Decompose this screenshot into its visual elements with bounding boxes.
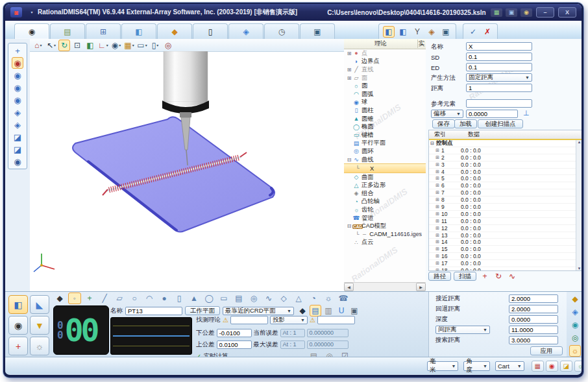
find-theory-input[interactable] xyxy=(230,316,268,324)
coordinate-axes-icon[interactable]: + xyxy=(8,337,28,355)
index-column-header[interactable]: 索引 xyxy=(429,130,468,139)
visibility-eye-icon[interactable]: ◉▾ xyxy=(110,40,122,51)
tree-item-point[interactable]: ⊞●点 xyxy=(344,49,426,58)
tree-item-polygon[interactable]: △正多边形 xyxy=(344,182,426,190)
probe-alarm-icon[interactable]: ◉ xyxy=(546,361,558,372)
shield-tab-icon[interactable]: ◈ xyxy=(228,23,263,39)
label-tag-icon[interactable]: ▭▾ xyxy=(136,40,148,51)
move-points-icon[interactable]: + xyxy=(479,270,491,282)
slot-feature-icon[interactable]: ▭ xyxy=(217,292,230,304)
method-select[interactable]: 固定距离▼ xyxy=(466,73,532,82)
control-point-row-8[interactable]: ⊞80.0 : 0.0 xyxy=(429,197,576,204)
control-point-row-13[interactable]: ⊞130.0 : 0.0 xyxy=(429,232,576,239)
axes-tool-icon[interactable]: ∟▾ xyxy=(97,40,109,51)
cylinder-feature-icon[interactable]: ▯ xyxy=(173,292,186,304)
zoom-window-icon[interactable]: ⊡ xyxy=(71,40,83,51)
color-settings-icon[interactable]: ☼ xyxy=(574,361,582,372)
tree-item-curve[interactable]: ⊟∿曲线 xyxy=(344,156,426,164)
probe-mode-2-icon[interactable]: ◉ xyxy=(12,69,23,81)
distance-input[interactable] xyxy=(466,84,532,92)
tree-item-cylinder[interactable]: ▯圆柱 xyxy=(344,106,426,115)
tree-item-sphere[interactable]: ◉球 xyxy=(344,99,426,107)
diamond-tab-icon[interactable]: ◆ xyxy=(157,23,192,39)
control-point-row-4[interactable]: ⊞40.0 : 0.0 xyxy=(429,169,576,176)
magnifier-strip-icon[interactable]: ◉ xyxy=(569,319,581,331)
depth-input[interactable] xyxy=(509,315,558,324)
curve-feature-icon[interactable]: ∿ xyxy=(262,292,275,304)
tree-item-surface[interactable]: ◇曲面 xyxy=(344,173,426,182)
control-point-row-11[interactable]: ⊞110.0 : 0.0 xyxy=(429,218,576,225)
tree-item-slot[interactable]: ▭键槽 xyxy=(344,131,426,139)
tree-item-parallel-planes[interactable]: ▤平行平面 xyxy=(344,139,426,148)
scan-button[interactable]: 扫描 xyxy=(454,272,476,281)
monitor-tab-icon[interactable]: ▣ xyxy=(300,23,335,39)
chat-tab-icon[interactable]: ◧ xyxy=(121,23,156,39)
tree-item-curve-x[interactable]: └X xyxy=(344,163,426,173)
projection-select[interactable]: 投影▼ xyxy=(270,316,308,324)
arc-feature-icon[interactable]: ◠ xyxy=(143,292,156,304)
tool-strip-icon[interactable]: ◆ xyxy=(569,293,581,305)
control-point-row-15[interactable]: ⊞150.0 : 0.0 xyxy=(429,246,576,253)
tree-item-ellipse[interactable]: ◯椭圆 xyxy=(344,123,426,131)
app-icon[interactable]: ◙ xyxy=(10,7,22,18)
tree-item-combine[interactable]: ◈组合 xyxy=(344,189,426,198)
probe-mode-8-icon[interactable]: ◪ xyxy=(12,143,23,155)
circle-feature-icon[interactable]: ○ xyxy=(128,292,141,304)
control-points-group-row[interactable]: ⊟控制点 xyxy=(429,140,576,147)
feature-name-input[interactable] xyxy=(125,307,182,315)
machine-tools-icon[interactable]: ☼ xyxy=(30,337,49,355)
alignment-plane-icon[interactable]: ◣ xyxy=(30,295,49,314)
load-button[interactable]: 加载 xyxy=(454,119,477,128)
monitor-view-icon[interactable]: ▣ xyxy=(440,26,452,38)
units-select[interactable]: 毫米▼ xyxy=(427,361,458,371)
close-button[interactable]: X xyxy=(558,7,576,18)
tree-item-point-cloud[interactable]: ∴点云 xyxy=(344,239,426,247)
report-icon[interactable]: ▦ xyxy=(532,361,544,372)
tree-item-circle[interactable]: ○圆 xyxy=(344,82,426,90)
probe-mode-3-icon[interactable]: ◉ xyxy=(12,82,23,93)
select-cursor-icon[interactable]: ↖▾ xyxy=(45,40,57,51)
palette-icon[interactable]: ▦▾ xyxy=(123,40,135,51)
tree-item-cad-model[interactable]: ⊟CADCAD模型 xyxy=(344,222,426,230)
probe-mode-1-icon[interactable]: ◉ xyxy=(12,57,23,69)
control-point-row-6[interactable]: ⊞60.0 : 0.0 xyxy=(429,182,576,189)
app-menu-arrow-icon[interactable]: ▾ xyxy=(26,6,38,18)
cube-view-icon[interactable]: ◧ xyxy=(397,26,409,38)
sd-input[interactable] xyxy=(466,53,532,61)
control-point-row-2[interactable]: ⊞20.0 : 0.0 xyxy=(429,154,576,161)
ellipse-feature-icon[interactable]: ◯ xyxy=(202,292,215,304)
tree-item-cadm-1[interactable]: └–CADM_114616.iges xyxy=(344,230,426,239)
table-vscrollbar[interactable]: ▲ ▼ xyxy=(576,140,582,270)
axes-feature-icon[interactable]: + xyxy=(83,292,96,304)
fit-view-icon[interactable]: ◧ xyxy=(84,40,96,51)
rotate-view-icon[interactable]: ↻ xyxy=(58,40,70,51)
control-point-row-1[interactable]: ⊞10.0 : 0.0 xyxy=(429,147,576,154)
tree-item-torus[interactable]: ◎圆环 xyxy=(344,147,426,156)
probe-mode-5-icon[interactable]: ◈ xyxy=(12,106,23,118)
document-tab-icon[interactable]: ▤ xyxy=(50,23,85,39)
tree-item-line[interactable]: ⊞╱直线 xyxy=(344,66,426,74)
ref-element-input[interactable] xyxy=(466,99,532,108)
control-point-row-9[interactable]: ⊞90.0 : 0.0 xyxy=(429,204,576,211)
tree-item-gear[interactable]: ☼齿轮 xyxy=(344,206,426,214)
parallel-feature-icon[interactable]: ▤ xyxy=(232,292,245,304)
scroll-down-icon[interactable]: ▼ xyxy=(578,267,582,270)
pipe-feature-icon[interactable]: ☎ xyxy=(337,292,350,304)
pitch-input[interactable] xyxy=(509,326,558,334)
screen-share-icon[interactable]: ▦ xyxy=(491,8,502,17)
sphere-feature-icon[interactable]: ● xyxy=(158,292,171,304)
angle-select[interactable]: 角度▼ xyxy=(463,361,489,371)
machine-cube-icon[interactable]: ◧ xyxy=(8,295,28,314)
home-icon[interactable]: ⌂▾ xyxy=(32,40,44,51)
scroll-left-icon[interactable]: ◀ xyxy=(344,283,354,291)
offset-input[interactable] xyxy=(466,110,518,118)
approach-distance-input[interactable] xyxy=(509,294,558,303)
surface-feature-icon[interactable]: ◇ xyxy=(277,292,290,304)
coord-select[interactable]: Cart▼ xyxy=(495,361,524,371)
control-point-row-10[interactable]: ⊞100.0 : 0.0 xyxy=(429,211,576,218)
upper-tolerance-input[interactable] xyxy=(217,340,252,349)
probe-setup-icon[interactable]: ◉ xyxy=(8,316,28,335)
minimize-button[interactable]: – xyxy=(536,7,554,18)
tree-tab-theory[interactable]: 理论 xyxy=(344,40,417,48)
line-feature-icon[interactable]: ╱ xyxy=(98,292,111,304)
